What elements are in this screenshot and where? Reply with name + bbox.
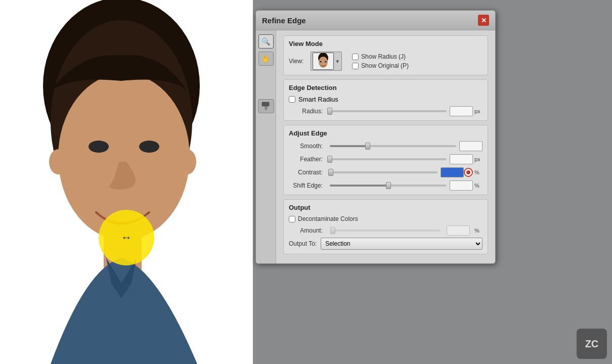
zc-logo-text: ZC: [585, 338, 599, 350]
output-title: Output: [289, 204, 483, 211]
output-section: Output Decontaminate Colors Amount: %: [283, 199, 488, 254]
view-mode-section: View Mode View:: [283, 35, 488, 75]
view-checkboxes: Show Radius (J) Show Original (P): [352, 53, 409, 69]
contrast-row: Contrast: 1 %: [289, 167, 483, 177]
hand-icon: ✋: [261, 55, 270, 63]
smart-radius-checkbox[interactable]: [289, 96, 295, 103]
radius-slider-thumb[interactable]: [327, 108, 332, 115]
contrast-unit: %: [474, 169, 483, 175]
smart-radius-label: Smart Radius: [298, 96, 338, 103]
photo-area: ↔: [0, 0, 253, 364]
dialog-titlebar: Refine Edge ✕: [256, 11, 495, 30]
svg-point-15: [325, 61, 327, 63]
shift-edge-input[interactable]: 0: [450, 180, 473, 191]
feather-slider-track[interactable]: [330, 158, 447, 160]
amount-unit: %: [474, 228, 483, 234]
close-button[interactable]: ✕: [478, 15, 489, 26]
decontaminate-row: Decontaminate Colors: [289, 215, 483, 222]
feather-slider-thumb[interactable]: [327, 156, 332, 163]
output-to-label: Output To:: [289, 240, 317, 247]
smooth-label: Smooth:: [289, 143, 327, 150]
shift-edge-row: Shift Edge: 0 %: [289, 180, 483, 191]
svg-point-7: [49, 149, 67, 174]
dialog-body: 🔍 ✋ View Mode View:: [256, 30, 495, 263]
radius-input[interactable]: 0.0: [450, 106, 473, 116]
zoom-icon: 🔍: [261, 37, 270, 46]
svg-point-4: [89, 141, 109, 153]
face-illustration: [0, 0, 253, 364]
hand-tool-button[interactable]: ✋: [258, 52, 274, 66]
cursor-icon: ↔: [121, 231, 132, 244]
feather-label: Feather:: [289, 156, 327, 163]
svg-point-5: [139, 141, 159, 153]
view-mode-title: View Mode: [289, 40, 483, 48]
radius-slider-track[interactable]: [330, 110, 447, 112]
view-label: View:: [289, 58, 303, 65]
output-to-row: Output To: SelectionLayer MaskNew LayerN…: [289, 238, 483, 250]
show-radius-checkbox[interactable]: [352, 54, 359, 60]
thumbnail-face: [313, 53, 333, 69]
amount-input: [447, 225, 470, 236]
contrast-label: Contrast:: [289, 169, 327, 176]
show-original-checkbox[interactable]: [352, 63, 359, 69]
smooth-slider-fill: [330, 145, 368, 147]
svg-rect-10: [265, 106, 267, 110]
radius-label: Radius:: [289, 108, 327, 115]
show-original-label: Show Original (P): [361, 62, 409, 69]
decontaminate-checkbox[interactable]: [289, 216, 295, 222]
brush-icon: [261, 101, 271, 111]
zc-logo: ZC: [577, 329, 607, 359]
amount-slider-track: [333, 230, 441, 232]
shift-edge-label: Shift Edge:: [289, 182, 327, 189]
edge-detection-title: Edge Detection: [289, 84, 483, 92]
smooth-slider-track[interactable]: [330, 145, 456, 147]
svg-point-8: [178, 149, 196, 174]
svg-rect-9: [262, 102, 269, 106]
view-mode-row: View:: [289, 52, 483, 71]
refine-edge-dialog: Refine Edge ✕ 🔍 ✋: [255, 10, 496, 264]
amount-slider-thumb: [330, 227, 335, 234]
dropdown-arrow-icon: ▼: [335, 59, 340, 64]
radius-row: Radius: 0.0 px: [289, 106, 483, 116]
smart-radius-row: Smart Radius: [289, 96, 483, 103]
contrast-slider-track[interactable]: [330, 171, 438, 173]
contrast-target-indicator: [464, 168, 473, 177]
edge-detection-section: Edge Detection Smart Radius Radius: 0.0 …: [283, 79, 488, 121]
radius-unit: px: [474, 108, 483, 114]
amount-row: Amount: %: [289, 225, 483, 236]
smooth-row: Smooth: 20: [289, 141, 483, 151]
feather-unit: px: [474, 156, 483, 162]
feather-input[interactable]: 0.0: [450, 154, 473, 164]
shift-edge-slider-fill: [330, 185, 388, 187]
adjust-edge-title: Adjust Edge: [289, 129, 483, 137]
shift-edge-unit: %: [474, 183, 483, 189]
shift-edge-slider-track[interactable]: [330, 185, 447, 187]
tools-panel: 🔍 ✋: [256, 30, 276, 263]
contrast-slider-thumb[interactable]: [328, 169, 333, 176]
right-panel: View Mode View:: [276, 30, 495, 263]
view-dropdown[interactable]: ▼: [311, 52, 342, 71]
show-radius-row: Show Radius (J): [352, 53, 409, 60]
radio-dot-inner: [466, 170, 470, 174]
contrast-input[interactable]: 1: [441, 167, 464, 177]
amount-label: Amount:: [289, 227, 327, 234]
shift-edge-slider-thumb[interactable]: [386, 182, 391, 189]
svg-point-14: [320, 61, 322, 63]
smooth-slider-thumb[interactable]: [365, 143, 370, 150]
smooth-input[interactable]: 20: [459, 141, 483, 151]
photo-background: [0, 0, 253, 364]
yellow-highlight: ↔: [99, 210, 154, 265]
show-original-row: Show Original (P): [352, 62, 409, 69]
adjust-edge-section: Adjust Edge Smooth: 20 Feather:: [283, 125, 488, 195]
view-thumbnail: [313, 53, 334, 70]
feather-row: Feather: 0.0 px: [289, 154, 483, 164]
output-to-select[interactable]: SelectionLayer MaskNew LayerNew Layer wi…: [321, 238, 483, 250]
dialog-title: Refine Edge: [262, 16, 306, 25]
brush-tool-button[interactable]: [258, 99, 274, 113]
decontaminate-label: Decontaminate Colors: [298, 215, 358, 222]
zoom-tool-button[interactable]: 🔍: [258, 34, 274, 49]
show-radius-label: Show Radius (J): [361, 53, 406, 60]
